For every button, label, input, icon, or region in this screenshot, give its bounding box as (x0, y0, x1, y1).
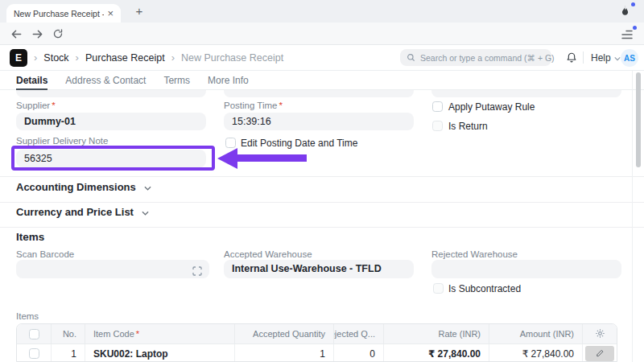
col-no: No. (52, 324, 85, 344)
section-divider (0, 227, 644, 228)
browser-tab-strip: New Purchase Receipt - new-pu × + (0, 0, 644, 23)
required-mark: * (279, 101, 282, 110)
is-subcontracted-label: Is Subcontracted (448, 283, 521, 294)
cutoff-field (16, 90, 206, 97)
bell-icon[interactable] (566, 51, 577, 67)
scrollbar-thumb[interactable] (636, 72, 641, 167)
row-item-code-cell[interactable]: SKU002: Laptop (85, 344, 235, 362)
help-label: Help (591, 52, 611, 64)
breadcrumb-current: New Purchase Receipt (181, 52, 283, 64)
section-label: Accounting Dimensions (16, 181, 136, 193)
search-icon (407, 51, 415, 65)
scan-barcode-label: Scan Barcode (16, 249, 74, 259)
annotation-arrow-tail (236, 154, 307, 162)
row-no-cell: 1 (52, 344, 85, 362)
table-row: 1 SKU002: Laptop 1 0 ₹ 27,840.00 ₹ 27,84… (17, 344, 617, 362)
accepted-warehouse-field[interactable]: Internal Use-Warehouse - TFLD (224, 260, 414, 278)
section-items-header: Items (16, 231, 44, 243)
cutoff-field (431, 90, 621, 97)
rejected-warehouse-label: Rejected Warehouse (431, 249, 518, 259)
rejected-warehouse-field[interactable] (431, 260, 621, 278)
notification-dot (633, 26, 637, 30)
tab-more-info[interactable]: More Info (208, 71, 249, 89)
section-accounting-dimensions[interactable]: Accounting Dimensions (16, 181, 151, 193)
forward-button[interactable] (31, 27, 43, 40)
breadcrumb-separator: › (34, 51, 37, 64)
row-amount-cell[interactable]: ₹ 27,840.00 (489, 344, 583, 362)
annotation-arrow (217, 148, 237, 169)
navbar-divider (583, 51, 584, 64)
breadcrumb-separator: › (171, 51, 175, 64)
search-placeholder: Search or type a command (⌘ + G) (420, 53, 555, 63)
apply-putaway-rule-label: Apply Putaway Rule (448, 101, 535, 113)
gear-icon[interactable] (595, 328, 605, 340)
doc-tab-bar: Details Address & Contact Terms More Inf… (0, 71, 644, 90)
col-rejected-quantity: Rejected Q... (334, 324, 384, 344)
col-accepted-quantity: Accepted Quantity (235, 324, 334, 344)
section-divider (0, 176, 644, 177)
scan-barcode-field[interactable] (16, 260, 209, 278)
is-return-checkbox[interactable] (432, 121, 443, 131)
row-rejected-qty-cell[interactable]: 0 (334, 344, 384, 362)
col-rate: Rate (INR) (384, 324, 489, 344)
supplier-field[interactable]: Dummy-01 (16, 113, 206, 130)
section-currency-price-list[interactable]: Currency and Price List (16, 206, 149, 218)
select-all-cell (17, 324, 52, 344)
posting-time-field[interactable]: 15:39:16 (224, 113, 414, 130)
edit-posting-label: Edit Posting Date and Time (241, 138, 357, 149)
is-subcontracted-checkbox[interactable] (433, 283, 444, 294)
supplier-delivery-note-field[interactable]: 56325 (16, 150, 206, 167)
screen: New Purchase Receipt - new-pu × + localh… (0, 0, 644, 362)
section-divider (0, 202, 644, 203)
new-tab-button[interactable]: + (131, 2, 147, 19)
avatar[interactable]: AS (621, 49, 638, 67)
flame-icon[interactable] (620, 5, 633, 18)
required-mark: * (136, 329, 139, 339)
items-grid-label: Items (16, 311, 39, 321)
chevron-down-icon (142, 206, 149, 218)
row-accepted-qty-cell[interactable]: 1 (235, 344, 334, 362)
breadcrumb-stock[interactable]: Stock (43, 52, 68, 64)
help-menu[interactable]: Help (591, 51, 621, 64)
pencil-icon (596, 348, 605, 360)
app-logo[interactable]: E (10, 49, 27, 67)
select-all-checkbox[interactable] (29, 329, 39, 339)
apply-putaway-rule-checkbox[interactable] (432, 101, 443, 112)
breadcrumb-purchase-receipt[interactable]: Purchase Receipt (85, 52, 165, 64)
notification-dot (631, 2, 635, 6)
tab-terms[interactable]: Terms (163, 71, 190, 89)
grid-settings-cell (583, 324, 617, 344)
col-amount: Amount (INR) (489, 324, 583, 344)
back-button[interactable] (10, 27, 23, 40)
app-navbar: E › Stock › Purchase Receipt › New Purch… (0, 45, 644, 71)
close-icon[interactable]: × (107, 8, 114, 19)
chevron-down-icon (614, 52, 621, 64)
browser-tab[interactable]: New Purchase Receipt - new-pu × (6, 4, 121, 23)
breadcrumb: › Stock › Purchase Receipt › New Purchas… (34, 45, 283, 70)
items-table: No. Item Code* Accepted Quantity Rejecte… (16, 323, 617, 362)
edit-row-button[interactable] (585, 346, 614, 361)
required-mark: * (52, 101, 55, 110)
browser-menu-icon[interactable] (621, 28, 634, 39)
supplier-delivery-note-label: Supplier Delivery Note (16, 136, 108, 146)
tab-details[interactable]: Details (16, 71, 47, 89)
edit-posting-checkbox[interactable] (225, 138, 236, 148)
posting-time-label: Posting Time* (224, 101, 283, 110)
search-input[interactable]: Search or type a command (⌘ + G) (400, 49, 551, 66)
breadcrumb-separator: › (76, 51, 79, 64)
section-label: Currency and Price List (16, 206, 134, 218)
is-return-label: Is Return (448, 121, 488, 132)
col-item-code: Item Code* (85, 324, 235, 344)
tab-address-contact[interactable]: Address & Contact (65, 71, 146, 89)
scan-icon (192, 264, 202, 278)
reload-button[interactable] (52, 27, 64, 40)
browser-tab-title: New Purchase Receipt - new-pu (14, 9, 104, 19)
row-edit-cell (583, 344, 617, 362)
row-select-cell (17, 344, 52, 362)
row-rate-cell[interactable]: ₹ 27,840.00 (384, 344, 489, 362)
accepted-warehouse-label: Accepted Warehouse (224, 249, 312, 259)
chevron-down-icon (144, 181, 151, 193)
row-checkbox[interactable] (29, 348, 39, 359)
browser-toolbar: localhost:8080 (0, 23, 644, 45)
content-edge (632, 71, 633, 362)
